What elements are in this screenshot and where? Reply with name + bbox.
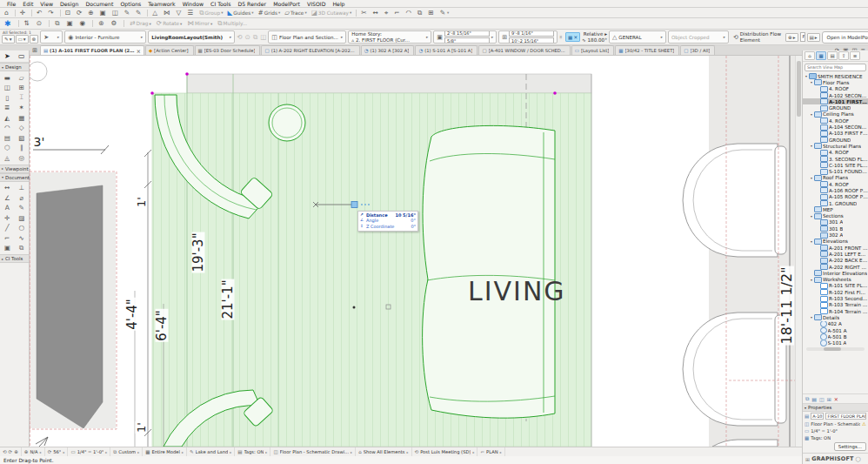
expand-arrow-icon[interactable]: ▾: [810, 214, 813, 219]
layout-book-icon[interactable]: ▤: [827, 51, 838, 60]
cutaway-dropdown[interactable]: ◪ 3D Cutaway ▾: [310, 10, 354, 17]
pen-icon[interactable]: ✎: [123, 10, 133, 17]
previous-view-icon[interactable]: ◫: [110, 10, 122, 17]
document-tab[interactable]: ◔ (1) 302 A [302 A]: [361, 45, 415, 55]
document-tab[interactable]: ▦ [30/42 - TITLE SHEET]: [615, 45, 679, 55]
duplicate-view-icon[interactable]: ⧉: [53, 20, 63, 27]
label-tool[interactable]: ✎: [16, 204, 27, 213]
group-dropdown[interactable]: ⧉ Group ▾: [197, 10, 224, 17]
camera-icon[interactable]: ▣: [65, 20, 77, 27]
markup-icon[interactable]: ◉: [78, 20, 90, 27]
viewmap-tree-item[interactable]: A-501 A: [803, 327, 868, 333]
viewmap-tree-item[interactable]: A-105 ROOF PLAN -: [803, 194, 868, 200]
arrow-tool-default-button[interactable]: ➤ ▸: [40, 30, 63, 44]
expand-arrow-icon[interactable]: ▾: [810, 315, 813, 319]
marquee-tool[interactable]: ▭: [16, 51, 27, 61]
expand-arrow-icon[interactable]: ▾: [810, 278, 813, 282]
toolbox-section-viewpoint[interactable]: ▸ Viewpoint: [0, 165, 29, 173]
door-tool[interactable]: ◫: [2, 84, 13, 93]
viewmap-tree-item[interactable]: A-501 B: [803, 333, 868, 340]
spline-tool[interactable]: ∿: [16, 233, 27, 243]
teamwork-reserve-icon[interactable]: ⊙: [35, 20, 45, 27]
document-tab[interactable]: ▢ [A-401 WINDOW / DOOR SCHED...: [478, 45, 570, 55]
viewmap-tree-item[interactable]: 402 A: [803, 321, 868, 327]
viewmap-tree-item[interactable]: 301 A: [803, 219, 868, 225]
line-tool[interactable]: ╱: [2, 224, 13, 233]
zoom-window-icon[interactable]: ⊡: [63, 10, 74, 17]
drawing-tool[interactable]: ⧉: [16, 244, 27, 253]
x-coordinate-input[interactable]: 9'-8 1/16": [509, 30, 554, 37]
dimension-label-1ft-bottom[interactable]: 1': [136, 421, 147, 434]
viewmap-tree-item[interactable]: A-202 BACK ELEVATIO: [803, 258, 868, 264]
tracker-input-toggle[interactable]: ▦ ✕: [565, 32, 580, 42]
viewmap-tree-item[interactable]: A-102 SECOND FLOOR: [803, 92, 868, 98]
settings-gear-icon[interactable]: ⚙: [109, 20, 120, 27]
slab-tool[interactable]: ▱: [16, 73, 27, 83]
save-view-icon[interactable]: ◫: [819, 396, 825, 402]
redo-icon[interactable]: ↷: [46, 10, 57, 17]
zoom-value-dropdown[interactable]: ⊕ N/A ▸: [22, 447, 45, 456]
viewmap-tree-item[interactable]: A-201 FRONT ELEVATI: [803, 245, 868, 251]
room-label-living[interactable]: LIVING: [468, 279, 566, 305]
level-marker-icon[interactable]: ⌖: [383, 10, 391, 17]
distribute-icon[interactable]: ⋈: [162, 10, 174, 17]
viewmap-tree-item[interactable]: 1. GROUND: [803, 200, 868, 206]
viewmap-tree-item[interactable]: 3. SECOND FLOOR: [803, 156, 868, 162]
viewmap-tree-item[interactable]: ▾ Details: [803, 314, 868, 320]
zoom-in-icon[interactable]: ⊕: [86, 10, 97, 17]
menu-item[interactable]: File: [3, 1, 19, 7]
text-tool[interactable]: A: [2, 204, 13, 213]
clone-folder-icon[interactable]: ⧉: [805, 395, 809, 402]
menu-item[interactable]: Edit: [19, 1, 37, 7]
chain-lock-icon[interactable]: ∞: [558, 35, 564, 39]
document-tab[interactable]: ▢ (1) A-202 RIGHT ELEVATION [A-202...: [261, 45, 359, 55]
delete-icon[interactable]: ✕: [834, 396, 838, 402]
pen-sets-dropdown[interactable]: ✎ ▾: [438, 10, 451, 17]
layer-combination-dropdown[interactable]: ⧉ Custom ▸: [110, 447, 143, 456]
rotate-command[interactable]: ⟳ Rotate ▾: [155, 20, 184, 27]
tab-overview-icon[interactable]: ⊞: [30, 47, 39, 54]
viewmap-tree-item[interactable]: R-103 Terrain Plan: [803, 302, 868, 308]
crop-icon[interactable]: ⧉: [416, 10, 425, 17]
roof-tool[interactable]: ◭: [2, 113, 13, 123]
tree-horizontal-scrollbar[interactable]: [806, 347, 865, 351]
expand-arrow-icon[interactable]: ▾: [805, 74, 808, 78]
measure-icon[interactable]: ↔: [371, 10, 382, 17]
z-coordinate-value[interactable]: 0": [411, 225, 416, 230]
view-name-field[interactable]: FIRST FLOOR PLAN: [825, 413, 866, 420]
new-viewpoint-icon[interactable]: ▤: [811, 396, 817, 402]
document-tab[interactable]: ◆ [Action Center]: [145, 45, 194, 55]
marker-pen-icon[interactable]: ✎: [134, 10, 144, 17]
forward-icon[interactable]: ⟳: [9, 449, 13, 454]
ai-assistant-icon[interactable]: ✱: [3, 20, 15, 28]
object-cropped-dropdown[interactable]: Object Cropped ▸: [668, 30, 729, 44]
element-id-input[interactable]: FU - 006724: [800, 32, 805, 42]
viewmap-tree-item[interactable]: 4. ROOF: [803, 118, 868, 124]
profile-manager-icon[interactable]: ⊛: [97, 20, 107, 27]
level-dimension-tool[interactable]: ⊥: [16, 184, 27, 193]
shell-tool[interactable]: ◠: [2, 124, 13, 133]
orbit-icon[interactable]: ⟳: [75, 10, 85, 17]
menu-item[interactable]: CI Tools: [207, 1, 234, 7]
project-map-icon[interactable]: ⌂: [805, 51, 815, 60]
fill-tool[interactable]: ▨: [16, 213, 27, 223]
pen-set-dropdown[interactable]: ✎ Lake and Land ▸: [187, 447, 235, 456]
window-tool[interactable]: ⊞: [16, 84, 27, 93]
align-bottom-icon[interactable]: ▽: [175, 10, 185, 17]
search-input[interactable]: [807, 65, 864, 70]
drag-command[interactable]: ⇄ Drag ▾: [128, 20, 153, 27]
dimension-label-6-4[interactable]: 6'-4": [156, 309, 169, 342]
menu-item[interactable]: VISOID: [304, 1, 329, 7]
dimension-label-1ft-top[interactable]: 1': [136, 196, 147, 208]
dimension-label-18-11[interactable]: 18'-11 1/2": [780, 266, 794, 345]
hotspot-tool[interactable]: ✛: [2, 213, 13, 223]
menu-item[interactable]: Document: [82, 1, 117, 7]
viewmap-tree-item[interactable]: ▾ Ceiling Plans: [803, 111, 868, 118]
curtain-wall-tool[interactable]: ▤: [2, 133, 13, 143]
undo-icon[interactable]: ↶: [35, 10, 45, 17]
link-view-icon[interactable]: ⊞: [827, 396, 831, 402]
dimension-label-3ft[interactable]: 3': [33, 136, 46, 148]
angle-value[interactable]: 0°: [411, 219, 416, 224]
menu-item[interactable]: Help: [329, 1, 348, 7]
tab-close-icon[interactable]: ×: [137, 48, 141, 54]
